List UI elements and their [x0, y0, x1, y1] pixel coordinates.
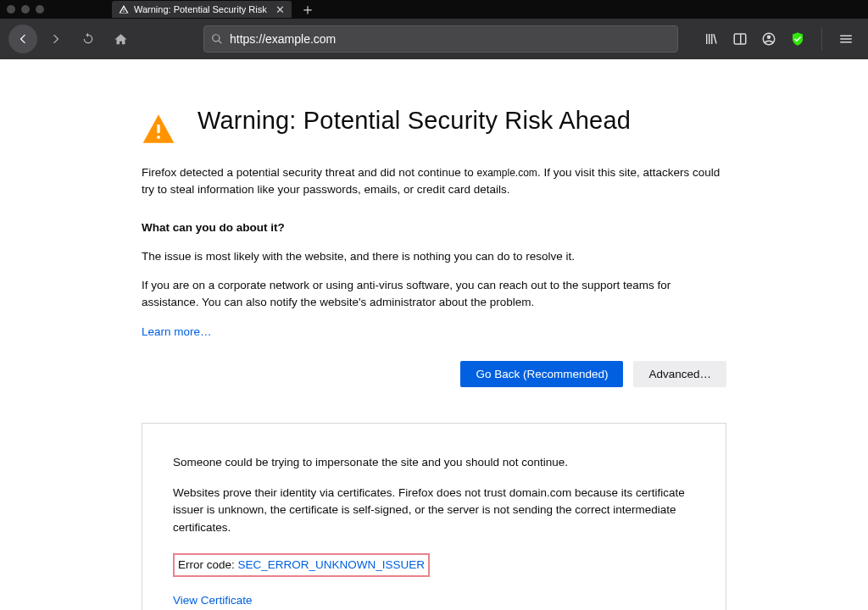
sidebar-icon[interactable] — [732, 30, 748, 47]
page-title: Warning: Potential Security Risk Ahead — [198, 107, 631, 135]
account-icon[interactable] — [760, 30, 777, 47]
go-back-button[interactable]: Go Back (Recommended) — [460, 361, 623, 387]
error-code-value: SEC_ERROR_UNKNOWN_ISSUER — [238, 558, 426, 571]
close-tab-icon[interactable]: ✕ — [275, 4, 285, 15]
maximize-window-dot[interactable] — [36, 5, 44, 14]
address-bar[interactable]: https://example.com — [203, 25, 678, 53]
learn-more-link[interactable]: Learn more… — [142, 325, 212, 338]
new-tab-button[interactable]: ＋ — [300, 2, 315, 17]
back-button[interactable] — [8, 25, 37, 53]
error-page: Warning: Potential Security Risk Ahead F… — [0, 59, 868, 610]
view-certificate-link[interactable]: View Certificate — [173, 592, 253, 609]
advanced-p1: Someone could be trying to impersonate t… — [173, 454, 695, 471]
tab-title: Warning: Potential Security Risk — [134, 4, 267, 14]
home-button[interactable] — [107, 25, 134, 53]
menu-icon[interactable] — [837, 30, 854, 47]
error-code-label: Error code: — [178, 558, 238, 571]
sub-heading: What can you do about it? — [142, 219, 726, 236]
minimize-window-dot[interactable] — [21, 5, 30, 14]
advanced-button[interactable]: Advanced… — [633, 361, 726, 387]
advanced-p2: Websites prove their identity via certif… — [173, 485, 695, 536]
url-text: https://example.com — [230, 32, 336, 46]
protection-shield-icon[interactable] — [789, 30, 806, 47]
forward-button[interactable] — [42, 25, 70, 53]
tab-bar: Warning: Potential Security Risk ✕ ＋ — [0, 0, 868, 19]
browser-tab[interactable]: Warning: Potential Security Risk ✕ — [112, 1, 292, 18]
toolbar-divider — [821, 28, 822, 50]
close-window-dot[interactable] — [7, 5, 15, 14]
svg-rect-4 — [157, 125, 159, 133]
paragraph-3: If you are on a corporate network or usi… — [142, 277, 726, 312]
library-icon[interactable] — [703, 30, 720, 47]
svg-point-3 — [767, 36, 771, 40]
warning-triangle-icon — [142, 112, 175, 149]
warning-icon — [119, 4, 129, 14]
browser-toolbar: https://example.com — [0, 19, 868, 59]
intro-pre: Firefox detected a potential security th… — [142, 166, 477, 179]
svg-rect-5 — [157, 136, 159, 138]
advanced-panel: Someone could be trying to impersonate t… — [142, 423, 726, 610]
error-code-box: Error code: SEC_ERROR_UNKNOWN_ISSUER — [173, 553, 430, 577]
window-controls[interactable] — [7, 5, 44, 14]
search-icon — [211, 33, 223, 45]
intro-domain: example.com — [477, 167, 537, 179]
reload-button[interactable] — [75, 25, 102, 53]
paragraph-2: The issue is most likely with the websit… — [142, 248, 726, 265]
intro-paragraph: Firefox detected a potential security th… — [142, 164, 726, 199]
